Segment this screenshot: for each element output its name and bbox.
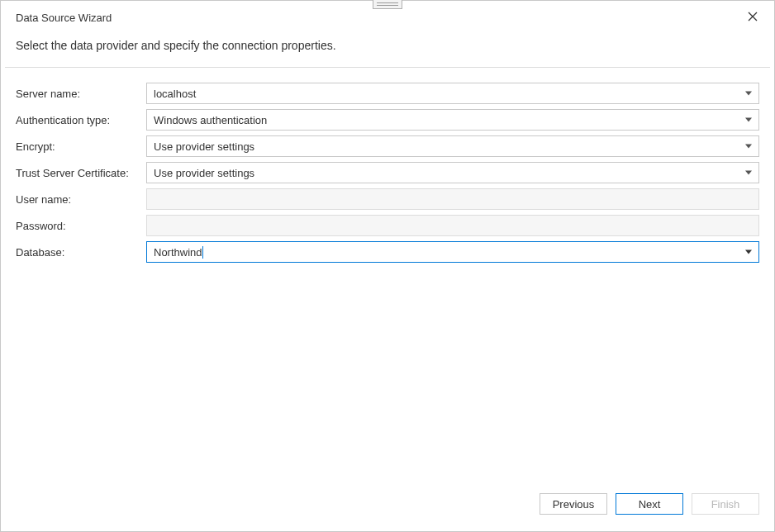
window-grip[interactable] bbox=[373, 0, 402, 9]
instruction-text: Select the data provider and specify the… bbox=[1, 31, 774, 67]
connection-form: Server name: localhost Authentication ty… bbox=[1, 68, 774, 268]
database-label: Database: bbox=[16, 246, 146, 259]
previous-button[interactable]: Previous bbox=[540, 493, 607, 515]
trust-cert-label: Trust Server Certificate: bbox=[16, 167, 146, 179]
server-name-label: Server name: bbox=[16, 88, 146, 100]
server-name-value: localhost bbox=[154, 88, 196, 100]
encrypt-label: Encrypt: bbox=[16, 140, 146, 153]
next-button[interactable]: Next bbox=[616, 493, 683, 515]
database-input[interactable]: Northwind bbox=[146, 241, 759, 263]
auth-type-select[interactable]: Windows authentication bbox=[146, 109, 759, 131]
caret-down-icon[interactable] bbox=[745, 171, 752, 175]
server-name-input[interactable]: localhost bbox=[146, 83, 759, 104]
user-name-input[interactable] bbox=[146, 188, 759, 210]
auth-type-label: Authentication type: bbox=[16, 114, 146, 126]
database-value: Northwind bbox=[154, 246, 202, 259]
user-name-label: User name: bbox=[16, 193, 146, 206]
footer-buttons: Previous Next Finish bbox=[1, 493, 774, 531]
close-icon[interactable] bbox=[743, 7, 763, 27]
caret-down-icon[interactable] bbox=[745, 250, 752, 254]
password-input[interactable] bbox=[146, 215, 759, 236]
trust-cert-select[interactable]: Use provider settings bbox=[146, 162, 759, 183]
finish-button: Finish bbox=[692, 493, 759, 515]
trust-cert-value: Use provider settings bbox=[154, 167, 254, 179]
wizard-window: Data Source Wizard Select the data provi… bbox=[0, 0, 775, 532]
caret-down-icon[interactable] bbox=[745, 145, 752, 149]
text-cursor bbox=[202, 246, 203, 259]
auth-type-value: Windows authentication bbox=[154, 114, 267, 126]
password-label: Password: bbox=[16, 220, 146, 232]
encrypt-value: Use provider settings bbox=[154, 140, 254, 153]
encrypt-select[interactable]: Use provider settings bbox=[146, 135, 759, 157]
caret-down-icon[interactable] bbox=[745, 118, 752, 122]
caret-down-icon[interactable] bbox=[745, 92, 752, 96]
window-title: Data Source Wizard bbox=[16, 12, 112, 24]
